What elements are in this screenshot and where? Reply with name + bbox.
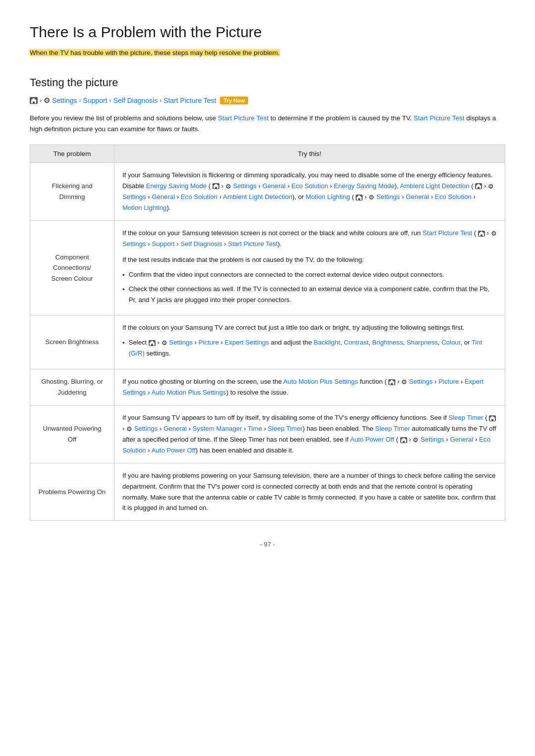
section-title: Testing the picture (30, 76, 505, 89)
bullet-list-component: Confirm that the video input connectors … (122, 269, 497, 305)
section-intro: Before you review the list of problems a… (30, 113, 505, 135)
picture-link-2[interactable]: Picture (438, 378, 459, 385)
table-row: Problems Powering On If you are having p… (30, 463, 505, 521)
picture-link-1[interactable]: Picture (199, 339, 219, 346)
support-link-1[interactable]: Support (152, 240, 174, 248)
table-row: Component Connections/Screen Colour If t… (30, 221, 505, 315)
solution-cell: If the colour on your Samsung television… (114, 221, 505, 315)
expert-settings-link-1[interactable]: Expert Settings (225, 339, 269, 346)
system-manager-link[interactable]: System Manager (193, 425, 242, 432)
table-row: Flickering and Dimming If your Samsung T… (30, 163, 505, 221)
energy-saving-mode-link2[interactable]: Energy Saving Mode (334, 182, 394, 190)
gear-icon-1: ⚙ (44, 96, 50, 105)
contrast-link[interactable]: Contrast (344, 339, 369, 346)
problem-label: Ghosting, Blurring, or Juddering (30, 369, 114, 405)
settings-link-4[interactable]: Settings (122, 240, 146, 248)
settings-link-7[interactable]: Settings (134, 425, 158, 432)
settings-link-2[interactable]: Settings (122, 193, 146, 201)
auto-motion-link-2[interactable]: Auto Motion Plus Settings (152, 389, 226, 396)
bullet-list-brightness: Select › ⚙ Settings › Picture › Expert S… (122, 337, 497, 359)
nav-chevron-4: › (160, 97, 161, 104)
list-item: Select › ⚙ Settings › Picture › Expert S… (122, 337, 497, 359)
page-number: - 97 - (30, 541, 505, 548)
sharpness-link[interactable]: Sharpness (407, 339, 438, 346)
solution-cell: If your Samsung TV appears to turn off b… (114, 405, 505, 463)
nav-support[interactable]: Support (83, 97, 107, 104)
start-picture-test-link-2[interactable]: Start Picture Test (414, 114, 465, 122)
nav-chevron-1: › (40, 97, 42, 104)
time-link[interactable]: Time (248, 425, 262, 432)
self-diag-link-1[interactable]: Self Diagnosis (180, 240, 222, 248)
solution-cell: If you notice ghosting or blurring on th… (114, 369, 505, 405)
general-link-5[interactable]: General (450, 436, 473, 443)
solution-cell: If you are having problems powering on y… (114, 463, 505, 521)
nav-chevron-3: › (109, 97, 111, 104)
table-row: Screen Brightness If the colours on your… (30, 315, 505, 369)
problems-table: The problem Try this! Flickering and Dim… (30, 145, 505, 521)
list-item: Check the other connections as well. If … (122, 284, 497, 305)
auto-power-link-2[interactable]: Auto Power Off (152, 447, 196, 454)
energy-saving-mode-link[interactable]: Energy Saving Mode (146, 182, 207, 190)
start-pic-link-4[interactable]: Start Picture Test (228, 240, 277, 248)
general-link-4[interactable]: General (163, 425, 187, 432)
settings-link-6[interactable]: Settings (409, 378, 433, 385)
backlight-link[interactable]: Backlight (314, 339, 340, 346)
colour-link[interactable]: Colour (441, 339, 460, 346)
col-header-try: Try this! (114, 145, 505, 163)
general-link-2[interactable]: General (152, 193, 175, 201)
list-item: Confirm that the video input connectors … (122, 269, 497, 281)
nav-self-diagnosis[interactable]: Self Diagnosis (113, 97, 158, 104)
home-icon (30, 96, 38, 104)
intro-highlight-text: When the TV has trouble with the picture… (30, 49, 280, 56)
sleep-timer-link-2[interactable]: Sleep Timer (268, 425, 303, 432)
eco-solution-link-1[interactable]: Eco Solution (291, 182, 328, 190)
table-row: Unwanted Powering Off If your Samsung TV… (30, 405, 505, 463)
nav-start-picture-test[interactable]: Start Picture Test (163, 97, 216, 104)
motion-lighting-link[interactable]: Motion Lighting (306, 193, 350, 201)
problem-label: Screen Brightness (30, 315, 114, 369)
start-picture-test-link-1[interactable]: Start Picture Test (218, 114, 269, 122)
ambient-light-link[interactable]: Ambient Light Detection (400, 182, 470, 190)
ambient-link2[interactable]: Ambient Light Detection (223, 193, 292, 201)
nav-settings[interactable]: Settings (52, 97, 77, 104)
general-link-3[interactable]: General (406, 193, 429, 201)
brightness-link[interactable]: Brightness (372, 339, 403, 346)
problem-label: Flickering and Dimming (30, 163, 114, 221)
settings-link-3[interactable]: Settings (376, 193, 400, 201)
intro-paragraph: When the TV has trouble with the picture… (30, 48, 505, 58)
sleep-timer-link-1[interactable]: Sleep Timer (448, 414, 483, 421)
solution-cell: If the colours on your Samsung TV are co… (114, 315, 505, 369)
try-now-badge[interactable]: Try Now (220, 97, 248, 104)
eco-solution-link-2[interactable]: Eco Solution (181, 193, 217, 201)
general-link-1[interactable]: General (263, 182, 286, 190)
nav-path: › ⚙ Settings › Support › Self Diagnosis … (30, 96, 505, 105)
auto-power-link[interactable]: Auto Power Off (350, 436, 394, 443)
settings-link-8[interactable]: Settings (421, 436, 444, 443)
start-picture-link-3[interactable]: Start Picture Test (423, 229, 472, 237)
motion-link2[interactable]: Motion Lighting (122, 204, 166, 211)
page-title: There Is a Problem with the Picture (30, 24, 505, 41)
problem-label: Unwanted Powering Off (30, 405, 114, 463)
sleep-timer-link-3[interactable]: Sleep Timer (375, 425, 410, 432)
solution-cell: If your Samsung Television is flickering… (114, 163, 505, 221)
col-header-problem: The problem (30, 145, 114, 163)
settings-link-5[interactable]: Settings (169, 339, 193, 346)
problem-label: Component Connections/Screen Colour (30, 221, 114, 315)
problem-label: Problems Powering On (30, 463, 114, 521)
nav-chevron-2: › (79, 97, 81, 104)
settings-link-1[interactable]: Settings (233, 182, 257, 190)
auto-motion-link[interactable]: Auto Motion Plus Settings (283, 378, 358, 385)
table-row: Ghosting, Blurring, or Juddering If you … (30, 369, 505, 405)
eco-solution-link-3[interactable]: Eco Solution (435, 193, 472, 201)
